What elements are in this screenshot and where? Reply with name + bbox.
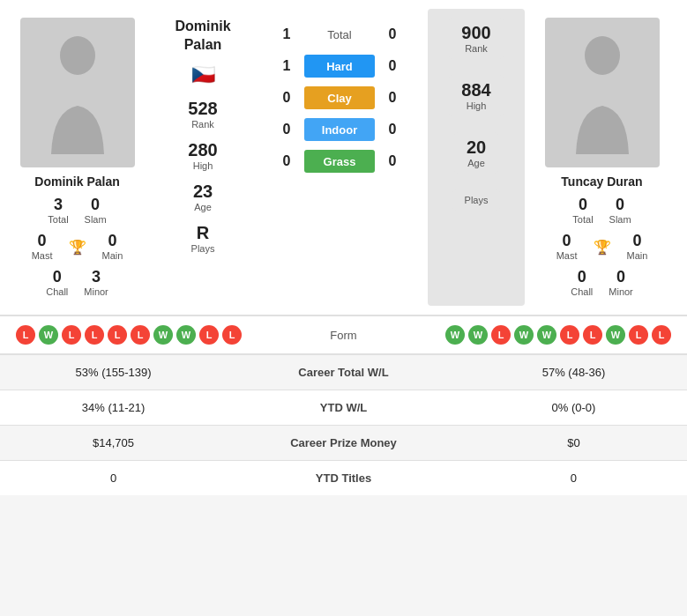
right-trophy: 🏆 [594,234,611,261]
right-form-badge-w: W [445,325,465,345]
left-form-badge-l: L [16,325,35,345]
left-high-value: 280 [188,140,217,160]
right-chall-value: 0 [571,268,593,286]
court-section: 1 Total 0 1 Hard 0 0 Clay 0 0 Indoor 0 0 [251,9,428,306]
court-row-hard: 1 Hard 0 [278,55,401,78]
right-chall-cell: 0 Chall [571,268,593,297]
right-slam-cell: 0 Slam [609,196,631,225]
indoor-right: 0 [384,122,401,137]
left-chall-cell: 0 Chall [46,268,68,297]
left-form-badge-l: L [108,325,127,345]
main-container: Dominik Palan 3 Total 0 Slam 0 Mast 🏆 [0,0,687,495]
court-row-indoor: 0 Indoor 0 [278,118,401,141]
stat-left-2: $14,705 [0,426,227,461]
hard-right: 0 [384,58,401,74]
svg-point-1 [585,36,620,75]
left-chall-label: Chall [46,286,68,297]
right-total-value: 0 [572,196,593,214]
left-rank-value: 528 [188,99,217,119]
left-form-badge-w: W [39,325,58,345]
right-player-avatar [545,18,660,167]
right-form-badge-l: L [652,325,671,345]
grass-badge: Grass [304,150,375,173]
left-mast-label: Mast [32,250,53,261]
left-form-badge-w: W [176,325,196,345]
right-slam-value: 0 [609,196,631,214]
right-form-badges: WWLWWLLWLL [397,325,672,345]
right-age-value: 20 [467,137,486,158]
total-label: Total [304,28,375,41]
right-form-badge-w: W [514,325,534,345]
stat-right-3: 0 [460,461,687,496]
stat-left-0: 53% (155-139) [0,355,227,390]
left-mast-cell: 0 Mast [32,232,53,261]
right-plays-label: Plays [465,195,489,205]
left-form-badge-l: L [222,325,242,345]
left-age-stat: 23 Age [193,182,213,212]
left-plays-label: Plays [191,243,215,254]
stat-label-1: YTD W/L [227,390,460,426]
left-plays-value: R [191,223,215,243]
stat-right-2: $0 [460,426,687,461]
left-trophy: 🏆 [69,234,86,261]
stats-row-0: 53% (155-139) Career Total W/L 57% (48-3… [0,355,687,390]
right-form-badge-l: L [491,325,511,345]
left-age-value: 23 [193,182,213,202]
right-form-badge-l: L [560,325,579,345]
left-slam-label: Slam [85,214,107,225]
total-left-score: 1 [278,26,295,42]
right-form-badge-l: L [629,325,648,345]
right-rank-value: 900 [461,23,490,43]
right-rank-box: 900 Rank [449,18,503,59]
right-mast-label: Mast [556,250,578,261]
stat-left-1: 34% (11-21) [0,390,227,426]
stat-right-1: 0% (0-0) [460,390,687,426]
right-mid-stats: 900 Rank 884 High 20 Age Plays [428,9,525,306]
hard-left: 1 [278,58,295,74]
left-minor-cell: 3 Minor [84,268,108,297]
left-form-badge-l: L [199,325,219,345]
right-total-label: Total [572,214,593,225]
left-form-badge-w: W [153,325,173,345]
left-main-cell: 0 Main [102,232,123,261]
left-flag: 🇨🇿 [191,63,215,86]
player-section: Dominik Palan 3 Total 0 Slam 0 Mast 🏆 [0,0,687,315]
indoor-badge: Indoor [304,118,375,141]
grass-right: 0 [384,153,401,169]
stats-row-3: 0 YTD Titles 0 [0,461,687,496]
stat-label-2: Career Prize Money [227,426,460,461]
left-minor-value: 3 [84,268,108,286]
stat-label-0: Career Total W/L [227,355,460,390]
svg-point-0 [60,36,95,75]
right-player-stats-top: 0 Total 0 Slam [572,196,631,225]
right-high-value: 884 [461,80,490,100]
right-rank-label: Rank [461,43,490,54]
right-minor-value: 0 [609,268,633,286]
hard-badge: Hard [304,55,375,78]
left-rank-stat: 528 Rank [188,99,217,130]
left-form-badge-l: L [85,325,104,345]
right-form-badge-w: W [468,325,488,345]
right-minor-label: Minor [609,286,633,297]
court-row-clay: 0 Clay 0 [278,86,401,109]
left-total-value: 3 [48,196,68,214]
right-player-stats-bot: 0 Chall 0 Minor [571,268,633,297]
left-mast-value: 0 [32,232,53,250]
right-player-stats-mid: 0 Mast 🏆 0 Main [556,232,648,261]
right-slam-label: Slam [609,214,631,225]
left-total-cell: 3 Total [48,196,68,225]
left-player-card: Dominik Palan 3 Total 0 Slam 0 Mast 🏆 [0,9,154,306]
clay-right: 0 [384,90,401,106]
stats-row-2: $14,705 Career Prize Money $0 [0,426,687,461]
left-form-badge-l: L [131,325,150,345]
left-player-name: Dominik Palan [34,174,119,189]
stats-row-1: 34% (11-21) YTD W/L 0% (0-0) [0,390,687,426]
right-total-cell: 0 Total [572,196,593,225]
clay-left: 0 [278,90,295,106]
court-row-grass: 0 Grass 0 [278,150,401,173]
left-main-label: Main [102,250,123,261]
right-age-box: 20 Age [454,132,498,174]
right-main-value: 0 [627,232,648,250]
left-slam-cell: 0 Slam [85,196,107,225]
right-mast-value: 0 [556,232,578,250]
